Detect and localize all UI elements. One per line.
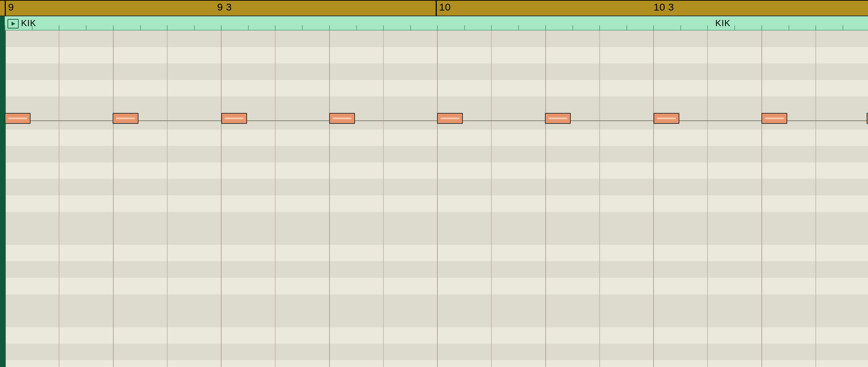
piano-roll-row xyxy=(5,311,868,327)
clip-header-tick xyxy=(275,25,276,31)
clip-play-button[interactable] xyxy=(7,19,19,28)
timeline-ruler[interactable]: 9 9 3 10 10 3 xyxy=(0,0,868,16)
clip-header-tick xyxy=(653,25,654,31)
piano-roll-row xyxy=(5,261,868,278)
bar-marker-label: 9 3 xyxy=(217,1,232,13)
bar-marker-label: 10 xyxy=(439,1,451,13)
clip-header-tick xyxy=(789,25,789,31)
clip-header-tick xyxy=(464,25,465,31)
piano-roll-row xyxy=(5,47,868,64)
piano-roll-row xyxy=(5,195,868,212)
piano-roll-row xyxy=(5,162,868,179)
clip-header-tick xyxy=(410,25,411,31)
clip-header-tick xyxy=(843,25,843,31)
clip-header-tick xyxy=(329,25,330,31)
clip-loop-label: KIK xyxy=(715,18,731,28)
piano-roll-row xyxy=(5,327,868,344)
clip-header-tick xyxy=(383,25,384,31)
svg-marker-0 xyxy=(12,22,15,26)
piano-roll-row xyxy=(5,294,868,311)
clip-title: KIK xyxy=(21,18,36,28)
clip-header-tick xyxy=(5,25,5,31)
grid-line xyxy=(113,31,114,367)
clip-header-tick xyxy=(221,25,222,31)
piano-roll-row xyxy=(5,31,868,47)
clip-header-tick xyxy=(680,25,681,31)
clip-start-edge[interactable] xyxy=(0,16,5,367)
grid-line xyxy=(383,31,384,367)
grid-line xyxy=(167,31,168,367)
play-icon xyxy=(11,21,16,26)
piano-roll-row xyxy=(5,245,868,262)
grid-line xyxy=(599,31,600,367)
clip-header-tick xyxy=(761,25,762,31)
grid-line xyxy=(221,31,222,367)
clip-header-tick xyxy=(626,25,627,31)
clip-header-tick xyxy=(599,25,600,31)
midi-note[interactable] xyxy=(654,113,679,124)
piano-roll-row xyxy=(5,179,868,195)
piano-roll-row xyxy=(5,344,868,360)
clip-header-tick xyxy=(86,25,87,31)
piano-roll-row xyxy=(5,212,868,229)
midi-note[interactable] xyxy=(113,113,138,124)
midi-note[interactable] xyxy=(761,113,787,124)
grid-line xyxy=(437,31,438,367)
clip-header-tick xyxy=(572,25,573,31)
piano-roll-row xyxy=(5,278,868,294)
clip-header-tick xyxy=(140,25,141,31)
piano-roll-row xyxy=(5,360,868,367)
grid-line xyxy=(815,31,816,367)
clip-header-tick xyxy=(518,25,519,31)
piano-roll-row xyxy=(5,96,868,113)
grid-line xyxy=(275,31,276,367)
grid-line xyxy=(59,31,59,367)
grid-line xyxy=(491,31,492,367)
midi-note[interactable] xyxy=(437,113,463,124)
clip-header-tick xyxy=(113,25,114,31)
clip-header[interactable]: KIK KIK xyxy=(5,16,868,31)
piano-roll-row xyxy=(5,130,868,146)
grid-line xyxy=(545,31,546,367)
grid-line xyxy=(329,31,330,367)
clip-header-tick xyxy=(194,25,195,31)
clip-header-tick xyxy=(302,25,303,31)
clip-header-tick xyxy=(491,25,492,31)
piano-roll-row xyxy=(5,228,868,245)
clip-header-tick xyxy=(32,25,33,31)
piano-roll-row xyxy=(5,63,868,80)
piano-roll-row xyxy=(5,146,868,162)
clip-header-tick xyxy=(248,25,249,31)
grid-line xyxy=(707,31,708,367)
clip-header-tick xyxy=(815,25,816,31)
clip-header-tick xyxy=(545,25,546,31)
bar-marker-line xyxy=(5,1,6,16)
clip-header-tick xyxy=(734,25,735,31)
midi-note[interactable] xyxy=(329,113,355,124)
midi-note[interactable] xyxy=(221,113,247,124)
midi-note[interactable] xyxy=(545,113,571,124)
grid-line xyxy=(761,31,762,367)
clip-header-tick xyxy=(437,25,438,31)
piano-roll-row xyxy=(5,80,868,97)
grid-line xyxy=(653,31,654,367)
bar-marker-label: 10 3 xyxy=(654,1,674,13)
clip-header-tick xyxy=(167,25,168,31)
midi-note[interactable] xyxy=(5,113,31,124)
piano-roll[interactable] xyxy=(5,31,868,367)
midi-note[interactable] xyxy=(867,113,868,124)
bar-marker-label: 9 xyxy=(8,1,14,13)
bar-marker-line xyxy=(436,1,437,16)
clip-header-tick xyxy=(356,25,357,31)
clip-header-tick xyxy=(707,25,708,31)
clip-header-tick xyxy=(59,25,59,31)
grid-bar-line xyxy=(5,31,6,367)
